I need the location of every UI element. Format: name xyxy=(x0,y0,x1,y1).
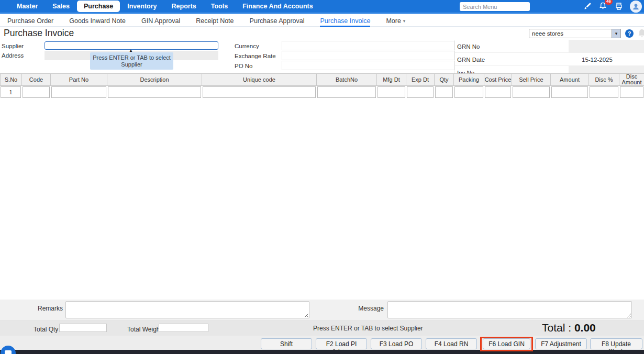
column-header-part-no: Part No xyxy=(51,73,107,86)
store-selector-dropdown[interactable]: neee stores ▾ xyxy=(529,29,621,38)
tab-purchase-approval[interactable]: Purchase Approval xyxy=(250,15,305,27)
column-header-disc-amount: Disc Amount xyxy=(619,73,644,86)
currency-label: Currency xyxy=(235,43,259,49)
column-header-description: Description xyxy=(107,73,202,86)
total-weight-input[interactable] xyxy=(159,324,208,332)
total-weight-label: Total Weight xyxy=(127,326,162,333)
nav-item-purchase[interactable]: Purchase xyxy=(77,1,120,12)
f8-update-stock-button[interactable]: F8 Update Stock xyxy=(590,338,642,349)
grn-no-row: GRN No xyxy=(455,40,644,53)
address-label: Address xyxy=(2,52,24,59)
total-qty-label: Total Qty xyxy=(34,326,58,333)
top-navbar: Master Sales Purchase Inventory Reports … xyxy=(0,0,644,14)
f6-load-gin-button[interactable]: F6 Load GIN xyxy=(483,338,530,349)
remarks-textarea[interactable] xyxy=(65,301,309,318)
inv-no-label: Inv No xyxy=(457,70,474,73)
inv-no-row: Inv No xyxy=(455,66,644,73)
cell-cost-price[interactable] xyxy=(485,86,511,98)
cell-code[interactable] xyxy=(23,86,50,98)
column-header-sno: S.No xyxy=(0,73,22,86)
print-icon[interactable] xyxy=(614,2,624,11)
column-header-code: Code xyxy=(22,73,51,86)
tab-goods-inward-note[interactable]: Goods Inward Note xyxy=(69,15,126,27)
po-no-label: PO No xyxy=(235,63,253,69)
grn-date-label: GRN Date xyxy=(457,57,485,63)
column-header-qty: Qty xyxy=(435,73,454,86)
supplier-tooltip: Press ENTER or TAB to select Supplier xyxy=(90,52,173,70)
items-table-header: S.No Code Part No Description Unique cod… xyxy=(0,73,644,86)
column-header-disc-pct: Disc % xyxy=(589,73,619,86)
dropdown-arrow-icon[interactable]: ▾ xyxy=(612,29,620,38)
theme-brush-icon[interactable] xyxy=(583,2,592,11)
help-icon[interactable]: ? xyxy=(625,29,634,38)
invoice-form: Supplier Address ▲ Press ENTER or TAB to… xyxy=(0,40,644,73)
column-header-packing: Packing xyxy=(454,73,484,86)
nav-item-inventory[interactable]: Inventory xyxy=(120,1,164,12)
nav-icon-group: 46 xyxy=(583,0,642,13)
grand-total: Total : 0.00 xyxy=(542,322,596,334)
grand-total-label: Total : xyxy=(542,322,571,334)
cell-packing[interactable] xyxy=(454,86,483,98)
grn-panel: GRN No GRN Date 15-12-2025 Inv No xyxy=(454,40,644,73)
inv-no-value-cell xyxy=(569,66,644,73)
shift-button[interactable]: Shift xyxy=(261,338,312,349)
cell-part-no[interactable] xyxy=(51,86,106,98)
chevron-down-icon: ▾ xyxy=(403,18,406,24)
table-row: 1 xyxy=(1,86,644,98)
tab-more[interactable]: More ▾ xyxy=(386,15,405,27)
bottom-bar xyxy=(0,350,644,354)
f7-adjustment-button[interactable]: F7 Adjustment xyxy=(535,338,587,349)
f4-load-rn-button[interactable]: F4 Load RN xyxy=(426,338,477,349)
cell-mfg-dt[interactable] xyxy=(377,86,405,98)
cell-disc-amount[interactable] xyxy=(620,86,643,98)
exchange-rate-input[interactable] xyxy=(282,51,454,60)
column-header-exp-dt: Exp Dt xyxy=(406,73,435,86)
column-header-amount: Amount xyxy=(551,73,589,86)
status-message: Press ENTER or TAB to select Supplier xyxy=(313,325,423,332)
nav-item-sales[interactable]: Sales xyxy=(45,1,77,12)
grand-total-value: 0.00 xyxy=(574,322,596,334)
po-no-input[interactable] xyxy=(282,61,454,70)
chat-icon xyxy=(5,350,12,354)
message-textarea[interactable] xyxy=(387,301,632,318)
grn-date-value: 15-12-2025 xyxy=(582,57,613,63)
total-qty-input[interactable] xyxy=(59,324,107,332)
search-input[interactable] xyxy=(460,2,530,11)
cell-sell-price[interactable] xyxy=(513,86,550,98)
nav-item-master[interactable]: Master xyxy=(9,1,45,12)
tab-purchase-order[interactable]: Purchase Order xyxy=(7,15,53,27)
nav-item-finance-and-accounts[interactable]: Finance And Accounts xyxy=(235,1,320,12)
column-header-mfg-dt: Mfg Dt xyxy=(377,73,406,86)
tab-receipt-note[interactable]: Receipt Note xyxy=(196,15,234,27)
cell-exp-dt[interactable] xyxy=(407,86,434,98)
page-title: Purchase Invoice xyxy=(4,28,74,39)
cell-amount[interactable] xyxy=(551,86,588,98)
tab-more-label: More xyxy=(386,17,401,25)
grn-no-value-cell xyxy=(569,40,644,52)
notification-count-badge: 46 xyxy=(605,0,613,5)
tab-gin-approval[interactable]: GIN Approval xyxy=(141,15,180,27)
user-avatar[interactable] xyxy=(630,1,642,13)
totals-strip: Total Qty Total Weight Press ENTER or TA… xyxy=(0,320,644,336)
nav-item-reports[interactable]: Reports xyxy=(164,1,204,12)
tab-purchase-invoice[interactable]: Purchase Invoice xyxy=(320,15,370,27)
column-header-unique-code: Unique code xyxy=(202,73,317,86)
supplier-label: Supplier xyxy=(2,43,24,49)
column-header-batchno: BatchNo xyxy=(317,73,377,86)
notifications-bell-icon[interactable]: 46 xyxy=(598,2,608,11)
cell-disc-pct[interactable] xyxy=(590,86,618,98)
cell-qty[interactable] xyxy=(435,86,453,98)
cell-batchno[interactable] xyxy=(317,86,376,98)
f2-load-pi-advice-button[interactable]: F2 Load PI Advice xyxy=(316,338,367,349)
cell-description[interactable] xyxy=(108,86,201,98)
f3-load-po-button[interactable]: F3 Load PO xyxy=(371,338,422,349)
remarks-label: Remarks xyxy=(38,305,63,312)
purchase-subnav: Purchase Order Goods Inward Note GIN App… xyxy=(0,16,644,27)
column-header-cost-price: Cost Price xyxy=(484,73,512,86)
exchange-rate-label: Exchange Rate xyxy=(235,53,276,59)
remarks-strip: Remarks Message xyxy=(0,300,644,320)
nav-item-tools[interactable]: Tools xyxy=(204,1,235,12)
cell-sno: 1 xyxy=(1,86,21,98)
cell-unique-code[interactable] xyxy=(203,86,316,98)
currency-input[interactable] xyxy=(282,41,454,50)
